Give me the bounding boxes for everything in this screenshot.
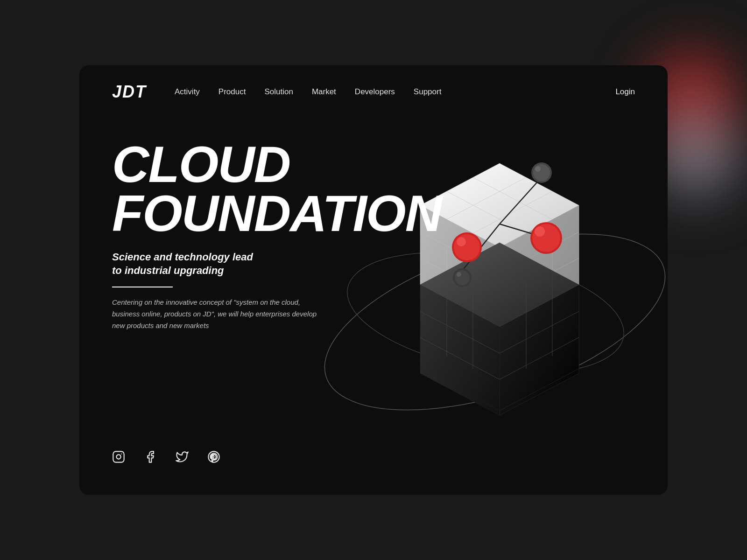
hero-title-line2: FOUNDATION: [112, 189, 392, 238]
instagram-icon[interactable]: [112, 450, 125, 467]
hero-title-line1: CLOUD: [112, 140, 392, 189]
svg-point-47: [455, 270, 470, 285]
twitter-icon[interactable]: [176, 450, 189, 467]
hero-title: CLOUD FOUNDATION: [112, 140, 392, 238]
nav-link-solution[interactable]: Solution: [264, 87, 293, 97]
nav-link-support[interactable]: Support: [414, 87, 442, 97]
logo: JDT: [112, 82, 147, 102]
nav-link-developers[interactable]: Developers: [355, 87, 395, 97]
facebook-icon[interactable]: [144, 450, 157, 467]
svg-point-42: [457, 237, 466, 246]
nav-link-market[interactable]: Market: [312, 87, 336, 97]
hero-divider: [112, 287, 173, 287]
navbar: JDT Activity Product Solution Market Dev…: [79, 65, 668, 102]
svg-point-39: [535, 166, 541, 172]
main-card: JDT Activity Product Solution Market Dev…: [79, 65, 668, 495]
hero-description: Centering on the innovative concept of "…: [112, 297, 322, 331]
svg-rect-0: [113, 451, 124, 462]
page-wrapper: JDT Activity Product Solution Market Dev…: [0, 0, 747, 560]
svg-point-41: [454, 234, 480, 260]
nav-link-product[interactable]: Product: [218, 87, 246, 97]
svg-point-45: [535, 226, 545, 237]
svg-point-48: [457, 272, 461, 277]
hero-subtitle: Science and technology leadto industrial…: [112, 251, 392, 277]
nav-links: Activity Product Solution Market Develop…: [175, 87, 615, 97]
pinterest-icon[interactable]: [207, 450, 220, 467]
nav-link-activity[interactable]: Activity: [175, 87, 200, 97]
social-icons: [112, 450, 220, 467]
svg-point-38: [533, 164, 550, 181]
login-button[interactable]: Login: [615, 87, 635, 97]
hero-content: CLOUD FOUNDATION Science and technology …: [112, 140, 392, 331]
